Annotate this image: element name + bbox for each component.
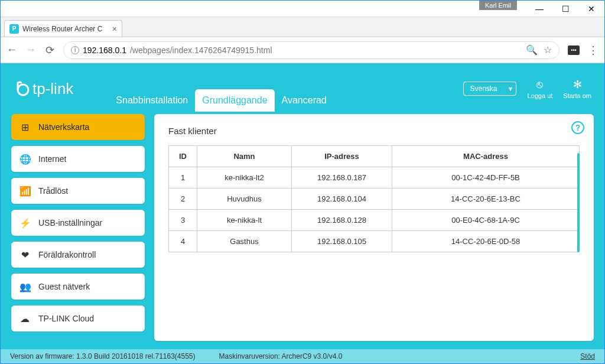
sidebar-item-guest-network[interactable]: 👥 Guest nätverk	[11, 274, 145, 300]
sidebar-item-label: Internet	[38, 154, 66, 164]
page-footer: Version av firmware: 1.3.0 Build 2016101…	[1, 349, 604, 363]
cell-id: 1	[169, 167, 197, 188]
svg-point-0	[18, 84, 28, 95]
network-map-icon: ⊞	[19, 122, 30, 133]
col-name: Namn	[197, 146, 292, 167]
cell-mac: 14-CC-20-6E-13-BC	[392, 188, 580, 210]
table-row: 3 ke-nikka-lt 192.168.0.128 00-E0-4C-68-…	[169, 210, 580, 231]
top-nav: Snabbinstallation Grundläggande Avancera…	[109, 87, 333, 114]
sidebar-item-label: USB-inställningar	[38, 218, 102, 228]
firmware-info: Version av firmware: 1.3.0 Build 2016101…	[10, 352, 196, 360]
tab-title: Wireless Router Archer C	[22, 25, 102, 33]
brand-logo-icon	[14, 80, 30, 97]
content-panel: ? Fast klienter ID Namn IP-adress MAC-ad…	[154, 114, 594, 341]
cell-ip: 192.168.0.187	[292, 167, 392, 188]
support-link[interactable]: Stöd	[580, 352, 595, 360]
logout-button[interactable]: ⎋ Logga ut	[527, 79, 552, 99]
window-buttons: — ☐ ✕	[526, 1, 604, 17]
zoom-icon[interactable]: 🔍	[526, 44, 538, 56]
sidebar-item-tplink-cloud[interactable]: ☁ TP-LINK Cloud	[11, 306, 145, 332]
heart-icon: ❤	[19, 249, 30, 261]
cell-name: Gasthus	[197, 231, 292, 252]
col-id: ID	[169, 146, 197, 167]
url-host: 192.168.0.1	[83, 46, 126, 55]
address-bar[interactable]: i 192.168.0.1/webpages/index.14762647499…	[63, 41, 560, 59]
favicon-icon: P	[9, 24, 19, 34]
nav-basic[interactable]: Grundläggande	[195, 89, 274, 112]
wifi-icon: 📶	[19, 186, 30, 197]
sidebar-item-label: Föräldrakontroll	[38, 250, 96, 259]
cell-mac: 00-1C-42-4D-FF-5B	[392, 167, 580, 188]
window-minimize-button[interactable]: —	[526, 1, 552, 17]
cell-ip: 192.168.0.128	[292, 210, 392, 231]
browser-menu-icon[interactable]: ⋮	[588, 44, 599, 57]
sidebar: ⊞ Nätverkskarta 🌐 Internet 📶 Trådlöst ⚡ …	[11, 114, 145, 341]
col-mac: MAC-adress	[392, 146, 580, 167]
table-row: 2 Huvudhus 192.168.0.104 14-CC-20-6E-13-…	[169, 188, 580, 210]
table-scroll-indicator[interactable]	[577, 153, 580, 252]
cell-name: Huvudhus	[197, 188, 292, 210]
logout-label: Logga ut	[527, 92, 552, 99]
restart-button[interactable]: ✻ Starta om	[563, 78, 591, 99]
brand-logo: tp-link	[14, 80, 73, 98]
back-button[interactable]: ←	[6, 44, 17, 56]
firmware-label: Version av firmware:	[10, 352, 74, 360]
language-select[interactable]: Svenska	[463, 82, 516, 96]
hardware-info: Maskinvaruversion: ArcherC9 v3.0/v4.0	[219, 352, 343, 360]
sidebar-item-wireless[interactable]: 📶 Trådlöst	[11, 178, 145, 204]
bookmark-icon[interactable]: ☆	[544, 44, 552, 56]
sidebar-item-usb-settings[interactable]: ⚡ USB-inställningar	[11, 210, 145, 236]
page-body: ⊞ Nätverkskarta 🌐 Internet 📶 Trådlöst ⚡ …	[1, 114, 604, 349]
help-icon[interactable]: ?	[571, 121, 584, 134]
browser-toolbar: ← → ⟳ i 192.168.0.1/webpages/index.14762…	[1, 37, 604, 63]
window-close-button[interactable]: ✕	[578, 1, 604, 17]
cell-id: 4	[169, 231, 197, 252]
table-row: 4 Gasthus 192.168.0.105 14-CC-20-6E-0D-5…	[169, 231, 580, 252]
cell-ip: 192.168.0.104	[292, 188, 392, 210]
hardware-label: Maskinvaruversion:	[219, 352, 280, 360]
nav-advanced[interactable]: Avancerad	[275, 89, 334, 112]
forward-button[interactable]: →	[25, 44, 36, 56]
browser-tabstrip: P Wireless Router Archer C ×	[1, 17, 604, 37]
table-row: 1 ke-nikka-lt2 192.168.0.187 00-1C-42-4D…	[169, 167, 580, 188]
window: Karl Emil — ☐ ✕ P Wireless Router Archer…	[0, 0, 605, 364]
cell-name: ke-nikka-lt2	[197, 167, 292, 188]
window-titlebar: Karl Emil — ☐ ✕	[1, 1, 604, 17]
logout-icon: ⎋	[536, 79, 543, 91]
content-title: Fast klienter	[168, 126, 580, 136]
brand-name: tp-link	[32, 80, 73, 98]
sidebar-item-internet[interactable]: 🌐 Internet	[11, 146, 145, 172]
extension-icon[interactable]: •••	[568, 46, 580, 55]
site-info-icon[interactable]: i	[71, 46, 79, 54]
cell-name: ke-nikka-lt	[197, 210, 292, 231]
sidebar-item-label: Trådlöst	[38, 186, 68, 196]
header-right: Svenska ⎋ Logga ut ✻ Starta om	[463, 78, 591, 99]
sidebar-item-network-map[interactable]: ⊞ Nätverkskarta	[11, 114, 145, 140]
table-header-row: ID Namn IP-adress MAC-adress	[169, 146, 580, 167]
tab-close-icon[interactable]: ×	[112, 24, 117, 34]
browser-tab[interactable]: P Wireless Router Archer C ×	[4, 20, 122, 37]
sidebar-item-label: TP-LINK Cloud	[38, 314, 94, 323]
sidebar-item-parental-controls[interactable]: ❤ Föräldrakontroll	[11, 242, 145, 268]
cell-ip: 192.168.0.105	[292, 231, 392, 252]
router-page: tp-link Snabbinstallation Grundläggande …	[1, 63, 604, 363]
col-ip: IP-adress	[292, 146, 392, 167]
restart-icon: ✻	[573, 78, 582, 91]
reload-button[interactable]: ⟳	[44, 44, 55, 57]
sidebar-item-label: Guest nätverk	[38, 282, 90, 291]
language-value: Svenska	[470, 84, 497, 93]
cloud-icon: ☁	[19, 313, 30, 324]
url-path: /webpages/index.1476264749915.html	[130, 46, 272, 55]
cell-mac: 00-E0-4C-68-1A-9C	[392, 210, 580, 231]
firmware-value: 1.3.0 Build 20161018 rel.71163(4555)	[76, 352, 196, 360]
nav-quick-setup[interactable]: Snabbinstallation	[109, 89, 195, 112]
cell-id: 3	[169, 210, 197, 231]
page-header: tp-link Snabbinstallation Grundläggande …	[1, 63, 604, 114]
hardware-value: ArcherC9 v3.0/v4.0	[282, 352, 343, 360]
cell-mac: 14-CC-20-6E-0D-58	[392, 231, 580, 252]
globe-icon: 🌐	[19, 154, 30, 165]
usb-icon: ⚡	[19, 217, 30, 229]
user-badge: Karl Emil	[479, 1, 517, 10]
sidebar-item-label: Nätverkskarta	[38, 122, 89, 132]
window-maximize-button[interactable]: ☐	[552, 1, 578, 17]
